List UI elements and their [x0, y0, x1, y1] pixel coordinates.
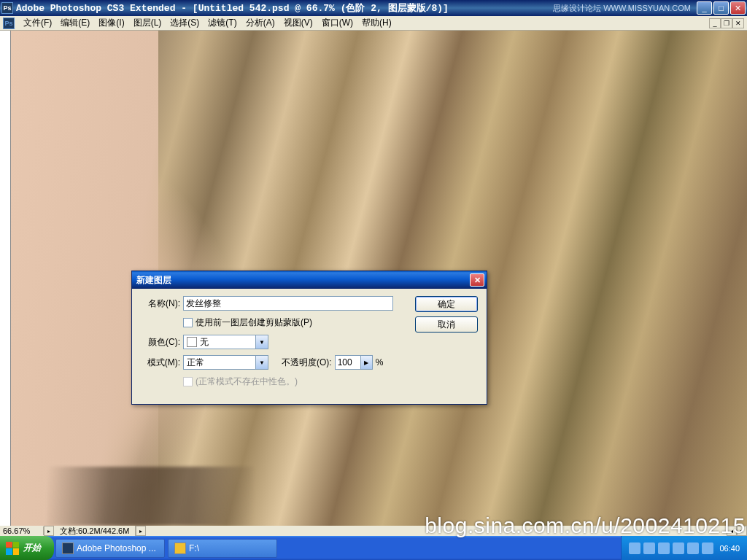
chevron-down-icon[interactable]: ▼: [256, 355, 268, 370]
menu-edit[interactable]: 编辑(E): [56, 15, 94, 31]
opacity-spinner[interactable]: ▶: [361, 355, 373, 370]
color-combo[interactable]: 无 ▼: [183, 335, 268, 349]
opacity-percent: %: [376, 357, 384, 368]
clock[interactable]: 06:40: [719, 544, 740, 553]
tray-icon[interactable]: [702, 542, 713, 554]
new-layer-dialog: 新建图层 ✕ 名称(N): 使用前一图层创建剪贴蒙版(P) 颜色(C): 无 ▼: [131, 271, 487, 405]
doc-close-button[interactable]: ✕: [732, 18, 744, 28]
clipping-mask-checkbox[interactable]: [183, 318, 193, 327]
photoshop-icon: Ps: [1, 2, 13, 14]
taskbar-item-explorer[interactable]: F:\: [168, 539, 277, 558]
photoshop-icon: [62, 542, 74, 554]
name-label: 名称(N):: [141, 298, 180, 310]
status-bar: 66.67% ▸ 文档:60.2M/442.6M ▸ ◂ ▸: [0, 526, 747, 536]
color-swatch: [187, 337, 197, 347]
scroll-right-button[interactable]: ▸: [737, 526, 747, 536]
document-size: 文档:60.2M/442.6M: [54, 526, 136, 537]
menu-layer[interactable]: 图层(L): [129, 15, 166, 31]
opacity-label: 不透明度(O):: [282, 357, 332, 369]
minimize-button[interactable]: _: [697, 1, 712, 15]
menu-image[interactable]: 图像(I): [94, 15, 128, 31]
menu-window[interactable]: 窗口(W): [317, 15, 357, 31]
clipping-mask-label: 使用前一图层创建剪贴蒙版(P): [196, 316, 312, 329]
windows-logo-icon: [6, 542, 19, 555]
color-label: 颜色(C):: [141, 336, 180, 349]
chevron-down-icon[interactable]: ▼: [256, 335, 268, 349]
menu-bar: Ps 文件(F) 编辑(E) 图像(I) 图层(L) 选择(S) 滤镜(T) 分…: [0, 16, 747, 31]
zoom-value[interactable]: 66.67%: [0, 526, 44, 535]
system-tray: 06:40: [621, 536, 747, 560]
cancel-button[interactable]: 取消: [415, 316, 478, 332]
doc-restore-button[interactable]: ❐: [721, 18, 732, 28]
menu-help[interactable]: 帮助(H): [357, 15, 396, 31]
dialog-titlebar[interactable]: 新建图层 ✕: [132, 271, 487, 289]
menu-analysis[interactable]: 分析(A): [241, 15, 279, 31]
menu-view[interactable]: 视图(V): [279, 15, 317, 31]
tray-icon[interactable]: [658, 542, 670, 554]
tray-icon[interactable]: [629, 542, 640, 554]
zoom-menu-button[interactable]: ▸: [44, 526, 54, 536]
mode-combo[interactable]: 正常 ▼: [183, 355, 268, 370]
folder-icon: [174, 542, 186, 554]
close-button[interactable]: ✕: [730, 1, 746, 15]
tray-icon[interactable]: [673, 542, 684, 554]
scroll-left-button[interactable]: ◂: [727, 526, 737, 536]
status-menu-button[interactable]: ▸: [136, 526, 146, 536]
forum-watermark: 思缘设计论坛 WWW.MISSYUAN.COM: [553, 3, 691, 14]
menu-filter[interactable]: 滤镜(T): [204, 15, 241, 31]
ruler-vertical: [0, 31, 11, 526]
menu-select[interactable]: 选择(S): [166, 15, 204, 31]
neutral-label: (正常模式不存在中性色。): [196, 376, 298, 388]
taskbar-item-photoshop[interactable]: Adobe Photoshop ...: [55, 539, 165, 558]
maximize-button[interactable]: □: [713, 1, 729, 15]
canvas-area: 新建图层 ✕ 名称(N): 使用前一图层创建剪贴蒙版(P) 颜色(C): 无 ▼: [0, 31, 747, 536]
neutral-checkbox: [183, 377, 193, 386]
dialog-close-button[interactable]: ✕: [470, 273, 484, 287]
tray-icon[interactable]: [687, 542, 699, 554]
ok-button[interactable]: 确定: [415, 296, 478, 312]
menu-file[interactable]: 文件(F): [19, 15, 56, 31]
name-input[interactable]: [183, 296, 393, 311]
mode-label: 模式(M):: [141, 357, 180, 369]
windows-taskbar: 开始 Adobe Photoshop ... F:\ 06:40: [0, 536, 747, 560]
window-title: Adobe Photoshop CS3 Extended - [Untitled…: [16, 1, 553, 15]
photoshop-icon: Ps: [3, 18, 15, 29]
doc-minimize-button[interactable]: _: [709, 18, 721, 28]
opacity-input[interactable]: [335, 355, 361, 370]
tray-icon[interactable]: [643, 542, 655, 554]
app-titlebar: Ps Adobe Photoshop CS3 Extended - [Untit…: [0, 0, 747, 16]
dialog-title: 新建图层: [136, 274, 171, 287]
start-button[interactable]: 开始: [0, 536, 54, 560]
